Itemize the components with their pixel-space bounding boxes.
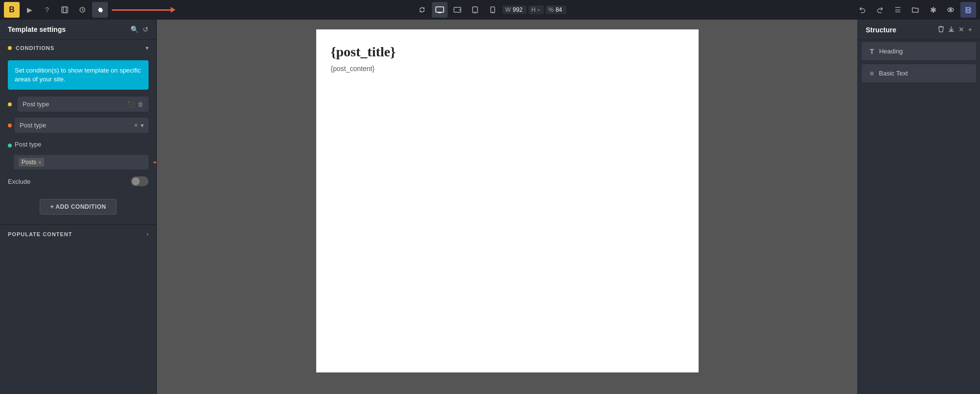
- zoom-value: 84: [555, 6, 562, 13]
- panel-header-icons: 🔍 ↺: [130, 25, 149, 33]
- conditions-info-box: Set condition(s) to show template on spe…: [8, 60, 149, 90]
- populate-content-title: POPULATE CONTENT: [8, 231, 72, 237]
- brand-icon[interactable]: B: [4, 2, 20, 18]
- redo-icon[interactable]: [872, 2, 888, 18]
- zoom-label: %: [549, 6, 554, 13]
- play-icon[interactable]: ▶: [22, 2, 37, 18]
- condition-3-dot: [8, 144, 12, 148]
- condition-2-label: Post type: [20, 122, 46, 129]
- settings-icon[interactable]: [92, 2, 108, 18]
- width-input-group[interactable]: W 992: [502, 5, 526, 14]
- structure-item-basic-text[interactable]: ≡ Basic Text: [862, 64, 976, 82]
- condition-1-icons: ⬛ 🗑: [127, 101, 144, 108]
- condition-1-delete-icon[interactable]: 🗑: [138, 101, 144, 108]
- undo-icon[interactable]: [854, 2, 870, 18]
- svg-point-7: [475, 12, 475, 12]
- structure-delete-icon[interactable]: ✕: [958, 25, 964, 34]
- posts-tag[interactable]: Posts ×: [19, 158, 44, 167]
- height-value: -: [538, 6, 540, 13]
- condition-1-dot: [8, 102, 12, 106]
- conditions-dot: [8, 46, 12, 50]
- panel-refresh-icon[interactable]: ↺: [143, 25, 149, 33]
- structure-add-icon[interactable]: +: [968, 25, 972, 34]
- canvas-content: {post_content}: [331, 65, 684, 73]
- condition-3-type-label: Post type: [15, 139, 149, 150]
- condition-row-3: Post type: [8, 139, 149, 152]
- svg-point-11: [950, 9, 952, 11]
- condition-1-field[interactable]: Post type ⬛ 🗑: [18, 97, 149, 112]
- svg-rect-0: [62, 7, 66, 13]
- save-icon[interactable]: [960, 2, 976, 18]
- main-layout: Template settings 🔍 ↺ CONDITIONS ▾ Set c…: [0, 20, 980, 394]
- menu-icon[interactable]: ☰: [890, 2, 905, 18]
- right-panel: Structure ✕ + T Heading ≡ Basic Text: [857, 20, 980, 394]
- structure-download-icon[interactable]: [948, 25, 955, 34]
- zoom-input-group[interactable]: % 84: [546, 5, 566, 14]
- panel-search-icon[interactable]: 🔍: [130, 25, 139, 33]
- help-icon[interactable]: ?: [39, 2, 55, 18]
- pages-icon[interactable]: [57, 2, 73, 18]
- exclude-row: Exclude: [8, 173, 149, 189]
- height-input-group[interactable]: H -: [528, 5, 544, 14]
- structure-basic-text-label: Basic Text: [879, 70, 908, 77]
- history-icon[interactable]: [75, 2, 90, 18]
- condition-3-tags-field[interactable]: Posts ×: [14, 155, 149, 170]
- condition-1-label: Post type: [23, 100, 49, 108]
- condition-2-chevron-icon[interactable]: ▾: [141, 122, 144, 129]
- left-panel: Template settings 🔍 ↺ CONDITIONS ▾ Set c…: [0, 20, 157, 394]
- exclude-toggle[interactable]: [131, 176, 149, 186]
- populate-content-chevron: ›: [147, 231, 149, 238]
- canvas-page: {post_title} {post_content}: [316, 29, 699, 372]
- canvas-title: {post_title}: [331, 44, 684, 60]
- right-panel-icon-group: ✕ +: [938, 25, 972, 34]
- condition-2-dot: [8, 123, 12, 127]
- svg-point-9: [492, 12, 493, 12]
- condition-2-actions: × ▾: [134, 122, 144, 129]
- svg-rect-1: [63, 7, 68, 13]
- condition-2-x-icon[interactable]: ×: [134, 122, 138, 129]
- panel-header: Template settings 🔍 ↺: [0, 20, 156, 40]
- width-value: 992: [513, 6, 523, 13]
- condition-3-type-text: Post type: [15, 141, 41, 148]
- conditions-chevron: ▾: [146, 45, 149, 51]
- top-toolbar: B ▶ ? W 992: [0, 0, 980, 20]
- mobile-icon[interactable]: [484, 2, 500, 18]
- svg-point-5: [459, 9, 460, 10]
- heading-type-icon: T: [870, 47, 874, 55]
- exclude-label: Exclude: [8, 178, 30, 185]
- svg-rect-3: [435, 7, 443, 12]
- posts-tag-x-icon[interactable]: ×: [38, 159, 41, 165]
- right-panel-header: Structure ✕ +: [858, 20, 980, 40]
- conditions-section-header[interactable]: CONDITIONS ▾: [0, 40, 156, 56]
- desktop-icon[interactable]: [431, 2, 447, 18]
- structure-heading-label: Heading: [879, 48, 903, 55]
- center-canvas: {post_title} {post_content}: [157, 20, 857, 394]
- condition-1-copy-icon[interactable]: ⬛: [127, 101, 135, 108]
- tablet-portrait-icon[interactable]: [467, 2, 482, 18]
- folders-icon[interactable]: [907, 2, 923, 18]
- populate-content-section: POPULATE CONTENT ›: [0, 224, 156, 244]
- preview-icon[interactable]: [943, 2, 958, 18]
- populate-content-header[interactable]: POPULATE CONTENT ›: [0, 225, 156, 244]
- condition-row-2: Post type × ▾: [8, 118, 149, 133]
- structure-title: Structure: [866, 26, 896, 34]
- posts-tag-label: Posts: [22, 159, 36, 166]
- width-label: W: [505, 6, 510, 13]
- tablet-landscape-icon[interactable]: [449, 2, 465, 18]
- wordpress-icon[interactable]: ✱: [925, 2, 941, 18]
- height-label: H: [531, 6, 536, 13]
- structure-trash-icon[interactable]: [938, 25, 944, 34]
- panel-title: Template settings: [8, 25, 66, 33]
- condition-2-select[interactable]: Post type × ▾: [15, 118, 149, 133]
- refresh-icon[interactable]: [414, 2, 429, 18]
- condition-row-1: Post type ⬛ 🗑: [8, 97, 149, 112]
- exclude-toggle-knob: [132, 177, 140, 185]
- basic-text-type-icon: ≡: [870, 69, 874, 77]
- add-condition-button[interactable]: + ADD CONDITION: [40, 199, 116, 215]
- structure-item-heading[interactable]: T Heading: [862, 42, 976, 60]
- conditions-title: CONDITIONS: [16, 45, 54, 51]
